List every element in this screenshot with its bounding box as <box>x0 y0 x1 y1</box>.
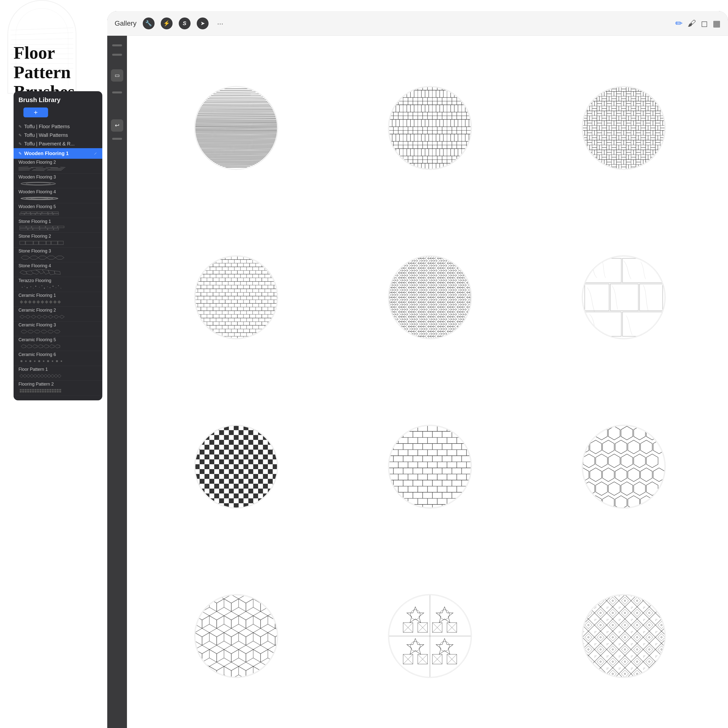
brush-item[interactable]: Ceramic Flooring 1 <box>14 292 102 307</box>
brush-preview <box>18 269 97 276</box>
layers-tool[interactable]: ▦ <box>713 18 720 28</box>
brush-preview <box>18 314 97 320</box>
svg-rect-32 <box>48 212 52 213</box>
brush-name: Stone Flooring 4 <box>18 263 97 268</box>
sidebar-button[interactable]: ▭ <box>111 69 123 82</box>
svg-rect-117 <box>57 391 59 393</box>
pattern-cell <box>333 551 527 720</box>
svg-rect-89 <box>22 391 24 393</box>
brush-item[interactable]: Ceramic Flooring 5 <box>14 336 102 351</box>
svg-line-149 <box>195 124 278 124</box>
patterns-grid <box>127 36 728 728</box>
svg-line-128 <box>195 100 278 100</box>
brush-item[interactable]: Flooring Pattern 2 <box>14 381 102 395</box>
brush-name: Ceramic Flooring 2 <box>18 308 97 313</box>
brush-item[interactable]: Stone Flooring 3 <box>14 248 102 262</box>
svg-line-15 <box>50 168 64 168</box>
svg-line-129 <box>195 101 278 102</box>
svg-point-85 <box>61 361 62 362</box>
svg-line-161 <box>195 135 278 135</box>
selected-brush-item[interactable]: ✎ Wooden Flooring 1 ⟋ <box>14 148 102 159</box>
settings-icon[interactable]: 🔧 <box>143 17 154 29</box>
brush-preview <box>18 373 97 379</box>
svg-rect-94 <box>30 389 32 390</box>
brush-preview <box>18 387 97 394</box>
svg-line-19 <box>18 170 30 170</box>
brush-item[interactable]: Ceramic Flooring 2 <box>14 307 102 321</box>
brush-name: Ceramic Flooring 6 <box>18 352 97 357</box>
brush-item[interactable]: Stone Flooring 1 <box>14 218 102 233</box>
selected-brush-name: Wooden Flooring 1 <box>24 151 69 156</box>
magic-icon[interactable]: ⚡ <box>161 17 173 29</box>
brush-item[interactable]: Stone Flooring 2 <box>14 233 102 248</box>
brush-item[interactable]: Wooden Flooring 5 <box>14 203 102 218</box>
svg-rect-56 <box>34 241 38 245</box>
svg-point-73 <box>56 288 56 288</box>
category-pavement[interactable]: ✎ Toffu | Pavement & R... <box>14 139 102 148</box>
brush-item[interactable]: Stone Flooring 4 <box>14 262 102 277</box>
svg-rect-93 <box>27 391 29 393</box>
pattern-cell <box>139 551 333 720</box>
svg-line-193 <box>195 166 278 167</box>
svg-line-157 <box>195 131 278 131</box>
brush-item[interactable]: Ceramic Flooring 6 <box>14 351 102 366</box>
svg-line-123 <box>195 92 278 92</box>
undo-button[interactable]: ↩ <box>111 119 123 132</box>
svg-line-180 <box>195 153 278 154</box>
sidebar-drag-handle[interactable] <box>112 138 122 140</box>
arrow-icon[interactable]: ➤ <box>197 17 208 29</box>
svg-rect-29 <box>31 212 37 213</box>
svg-rect-47 <box>58 226 64 228</box>
svg-point-74 <box>58 286 59 286</box>
category-label: Toffu | Wall Patterns <box>24 132 68 138</box>
ipad-left-sidebar: ▭ ↩ <box>107 36 127 728</box>
svg-point-65 <box>33 288 34 288</box>
svg-line-187 <box>195 160 278 161</box>
gallery-label[interactable]: Gallery <box>115 20 136 28</box>
svg-rect-40 <box>53 214 59 215</box>
brush-item[interactable]: Wooden Flooring 2 <box>14 159 102 174</box>
brush-name: Wooden Flooring 4 <box>18 189 97 194</box>
add-brush-button[interactable]: + <box>23 107 48 117</box>
svg-point-62 <box>24 286 25 286</box>
sidebar-drag-handle[interactable] <box>112 92 122 93</box>
svg-rect-91 <box>24 391 27 393</box>
category-floor-patterns[interactable]: ✎ Toffu | Floor Patterns <box>14 122 102 131</box>
svg-line-165 <box>195 139 278 139</box>
brush-item[interactable]: Terazzo Flooring <box>14 277 102 292</box>
sidebar-drag-handle[interactable] <box>112 54 122 56</box>
svg-line-182 <box>195 155 278 156</box>
brush-tool[interactable]: 🖌 <box>688 18 696 28</box>
svg-point-70 <box>47 286 48 287</box>
brush-item[interactable]: Wooden Flooring 3 <box>14 174 102 188</box>
category-wall-patterns[interactable]: ✎ Toffu | Wall Patterns <box>14 131 102 139</box>
brush-name: Ceramic Flooring 1 <box>18 293 97 298</box>
svg-line-130 <box>195 102 278 103</box>
pencil-tool[interactable]: ✏ <box>675 18 683 29</box>
brush-item[interactable]: Wooden Flooring 4 <box>14 188 102 203</box>
eraser-tool[interactable]: ◻ <box>701 18 708 28</box>
svg-rect-58 <box>46 241 51 245</box>
sidebar-drag-handle[interactable] <box>112 44 122 46</box>
svg-point-79 <box>34 361 35 362</box>
svg-rect-35 <box>24 214 31 215</box>
brush-item[interactable]: Ceramic Flooring 3 <box>14 321 102 336</box>
svg-line-9 <box>18 167 28 167</box>
svg-rect-48 <box>20 228 28 230</box>
svg-rect-44 <box>40 226 45 228</box>
brush-item[interactable]: Floor Pattern 1 <box>14 366 102 381</box>
svg-line-21 <box>47 170 62 170</box>
svg-point-76 <box>20 360 23 362</box>
svg-rect-86 <box>20 389 22 390</box>
brush-name: Stone Flooring 3 <box>18 248 97 254</box>
svg-line-171 <box>195 145 278 145</box>
svg-rect-37 <box>35 214 40 215</box>
brush-preview <box>18 225 97 231</box>
brush-preview <box>18 298 97 306</box>
svg-rect-54 <box>20 241 25 245</box>
svg-line-188 <box>195 161 278 162</box>
brush-name: Flooring Pattern 2 <box>18 382 97 387</box>
more-options[interactable]: ··· <box>217 19 223 28</box>
svg-line-174 <box>195 148 278 148</box>
s-icon[interactable]: S <box>179 17 191 29</box>
